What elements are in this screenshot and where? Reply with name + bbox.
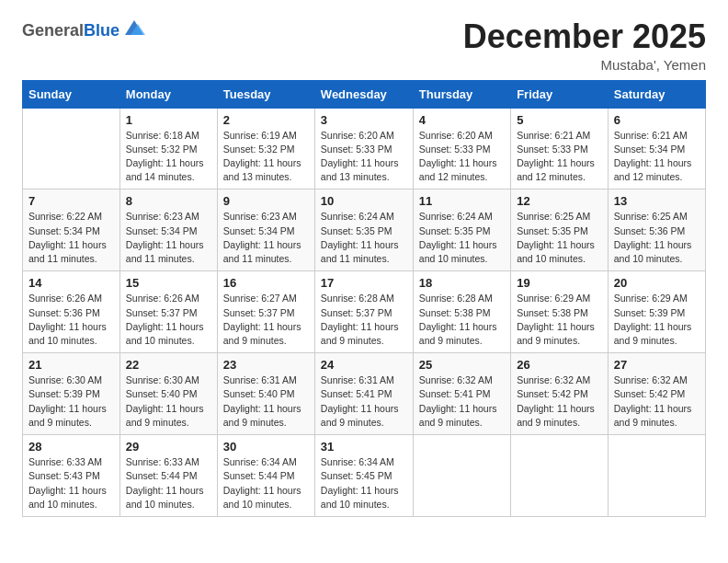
calendar-cell: 15Sunrise: 6:26 AMSunset: 5:37 PMDayligh… <box>119 271 217 353</box>
calendar-week-row: 1Sunrise: 6:18 AMSunset: 5:32 PMDaylight… <box>23 108 706 190</box>
day-number: 12 <box>517 194 602 208</box>
cell-info: Sunrise: 6:21 AMSunset: 5:33 PMDaylight:… <box>517 129 602 185</box>
title-block: December 2025 Mustaba', Yemen <box>463 18 706 73</box>
day-number: 6 <box>614 113 700 127</box>
calendar-table: SundayMondayTuesdayWednesdayThursdayFrid… <box>22 80 706 517</box>
day-number: 14 <box>28 276 114 290</box>
day-number: 3 <box>321 113 407 127</box>
cell-info: Sunrise: 6:33 AMSunset: 5:43 PMDaylight:… <box>28 455 114 511</box>
calendar-cell: 28Sunrise: 6:33 AMSunset: 5:43 PMDayligh… <box>23 435 120 517</box>
header-day-sunday: Sunday <box>23 80 120 108</box>
cell-info: Sunrise: 6:22 AMSunset: 5:34 PMDaylight:… <box>28 210 114 266</box>
calendar-cell <box>511 435 609 517</box>
day-number: 10 <box>321 194 407 208</box>
calendar-cell: 26Sunrise: 6:32 AMSunset: 5:42 PMDayligh… <box>511 353 609 435</box>
day-number: 23 <box>223 358 309 372</box>
cell-info: Sunrise: 6:28 AMSunset: 5:37 PMDaylight:… <box>321 292 407 348</box>
day-number: 24 <box>321 358 407 372</box>
day-number: 18 <box>419 276 505 290</box>
day-number: 19 <box>517 276 602 290</box>
calendar-cell: 6Sunrise: 6:21 AMSunset: 5:34 PMDaylight… <box>608 108 705 190</box>
cell-info: Sunrise: 6:31 AMSunset: 5:41 PMDaylight:… <box>321 373 407 430</box>
calendar-cell: 20Sunrise: 6:29 AMSunset: 5:39 PMDayligh… <box>608 271 705 353</box>
calendar-cell: 25Sunrise: 6:32 AMSunset: 5:41 PMDayligh… <box>413 353 510 435</box>
calendar-cell: 19Sunrise: 6:29 AMSunset: 5:38 PMDayligh… <box>511 271 609 353</box>
day-number: 31 <box>321 440 407 454</box>
day-number: 5 <box>517 113 602 127</box>
day-number: 22 <box>126 358 211 372</box>
calendar-cell: 5Sunrise: 6:21 AMSunset: 5:33 PMDaylight… <box>511 108 609 190</box>
cell-info: Sunrise: 6:32 AMSunset: 5:41 PMDaylight:… <box>419 373 505 430</box>
day-number: 11 <box>419 194 505 208</box>
cell-info: Sunrise: 6:30 AMSunset: 5:39 PMDaylight:… <box>28 373 114 430</box>
calendar-cell: 31Sunrise: 6:34 AMSunset: 5:45 PMDayligh… <box>314 435 413 517</box>
cell-info: Sunrise: 6:24 AMSunset: 5:35 PMDaylight:… <box>419 210 505 266</box>
cell-info: Sunrise: 6:23 AMSunset: 5:34 PMDaylight:… <box>126 210 211 266</box>
calendar-cell: 29Sunrise: 6:33 AMSunset: 5:44 PMDayligh… <box>119 435 217 517</box>
calendar-cell: 4Sunrise: 6:20 AMSunset: 5:33 PMDaylight… <box>413 108 510 190</box>
cell-info: Sunrise: 6:33 AMSunset: 5:44 PMDaylight:… <box>126 455 211 511</box>
calendar-cell: 10Sunrise: 6:24 AMSunset: 5:35 PMDayligh… <box>314 190 413 271</box>
header-day-tuesday: Tuesday <box>217 80 314 108</box>
header-day-friday: Friday <box>511 80 609 108</box>
calendar-cell: 1Sunrise: 6:18 AMSunset: 5:32 PMDaylight… <box>119 108 217 190</box>
day-number: 8 <box>126 194 211 208</box>
cell-info: Sunrise: 6:26 AMSunset: 5:36 PMDaylight:… <box>28 292 114 348</box>
location-subtitle: Mustaba', Yemen <box>463 57 706 73</box>
cell-info: Sunrise: 6:32 AMSunset: 5:42 PMDaylight:… <box>517 373 602 430</box>
day-number: 26 <box>517 358 602 372</box>
day-number: 7 <box>28 194 114 208</box>
cell-info: Sunrise: 6:29 AMSunset: 5:38 PMDaylight:… <box>517 292 602 348</box>
calendar-cell: 8Sunrise: 6:23 AMSunset: 5:34 PMDaylight… <box>119 190 217 271</box>
day-number: 20 <box>614 276 700 290</box>
cell-info: Sunrise: 6:26 AMSunset: 5:37 PMDaylight:… <box>126 292 211 348</box>
day-number: 29 <box>126 440 211 454</box>
day-number: 9 <box>223 194 309 208</box>
cell-info: Sunrise: 6:34 AMSunset: 5:44 PMDaylight:… <box>223 455 309 511</box>
day-number: 30 <box>223 440 309 454</box>
day-number: 16 <box>223 276 309 290</box>
cell-info: Sunrise: 6:29 AMSunset: 5:39 PMDaylight:… <box>614 292 700 348</box>
day-number: 17 <box>321 276 407 290</box>
calendar-header-row: SundayMondayTuesdayWednesdayThursdayFrid… <box>23 80 706 108</box>
calendar-cell: 13Sunrise: 6:25 AMSunset: 5:36 PMDayligh… <box>608 190 705 271</box>
day-number: 1 <box>126 113 211 127</box>
calendar-cell: 11Sunrise: 6:24 AMSunset: 5:35 PMDayligh… <box>413 190 510 271</box>
cell-info: Sunrise: 6:25 AMSunset: 5:35 PMDaylight:… <box>517 210 602 266</box>
calendar-cell: 2Sunrise: 6:19 AMSunset: 5:32 PMDaylight… <box>217 108 314 190</box>
calendar-cell: 3Sunrise: 6:20 AMSunset: 5:33 PMDaylight… <box>314 108 413 190</box>
header-day-thursday: Thursday <box>413 80 510 108</box>
calendar-cell: 23Sunrise: 6:31 AMSunset: 5:40 PMDayligh… <box>217 353 314 435</box>
day-number: 28 <box>28 440 114 454</box>
day-number: 2 <box>223 113 309 127</box>
calendar-cell <box>413 435 510 517</box>
logo: GeneralBlue <box>22 18 147 44</box>
calendar-week-row: 21Sunrise: 6:30 AMSunset: 5:39 PMDayligh… <box>23 353 706 435</box>
header-day-wednesday: Wednesday <box>314 80 413 108</box>
logo-blue-text: Blue <box>84 21 119 40</box>
cell-info: Sunrise: 6:27 AMSunset: 5:37 PMDaylight:… <box>223 292 309 348</box>
cell-info: Sunrise: 6:20 AMSunset: 5:33 PMDaylight:… <box>419 129 505 185</box>
logo-general-text: General <box>22 21 84 40</box>
cell-info: Sunrise: 6:21 AMSunset: 5:34 PMDaylight:… <box>614 129 700 185</box>
cell-info: Sunrise: 6:32 AMSunset: 5:42 PMDaylight:… <box>614 373 700 430</box>
calendar-cell: 22Sunrise: 6:30 AMSunset: 5:40 PMDayligh… <box>119 353 217 435</box>
calendar-cell: 16Sunrise: 6:27 AMSunset: 5:37 PMDayligh… <box>217 271 314 353</box>
calendar-cell: 9Sunrise: 6:23 AMSunset: 5:34 PMDaylight… <box>217 190 314 271</box>
cell-info: Sunrise: 6:31 AMSunset: 5:40 PMDaylight:… <box>223 373 309 430</box>
cell-info: Sunrise: 6:34 AMSunset: 5:45 PMDaylight:… <box>321 455 407 511</box>
cell-info: Sunrise: 6:20 AMSunset: 5:33 PMDaylight:… <box>321 129 407 185</box>
day-number: 4 <box>419 113 505 127</box>
header-day-monday: Monday <box>119 80 217 108</box>
header-day-saturday: Saturday <box>608 80 705 108</box>
day-number: 25 <box>419 358 505 372</box>
page-header: GeneralBlue December 2025 Mustaba', Yeme… <box>22 18 706 73</box>
cell-info: Sunrise: 6:25 AMSunset: 5:36 PMDaylight:… <box>614 210 700 266</box>
calendar-week-row: 28Sunrise: 6:33 AMSunset: 5:43 PMDayligh… <box>23 435 706 517</box>
day-number: 15 <box>126 276 211 290</box>
day-number: 13 <box>614 194 700 208</box>
cell-info: Sunrise: 6:28 AMSunset: 5:38 PMDaylight:… <box>419 292 505 348</box>
cell-info: Sunrise: 6:30 AMSunset: 5:40 PMDaylight:… <box>126 373 211 430</box>
calendar-cell <box>23 108 120 190</box>
calendar-cell: 21Sunrise: 6:30 AMSunset: 5:39 PMDayligh… <box>23 353 120 435</box>
